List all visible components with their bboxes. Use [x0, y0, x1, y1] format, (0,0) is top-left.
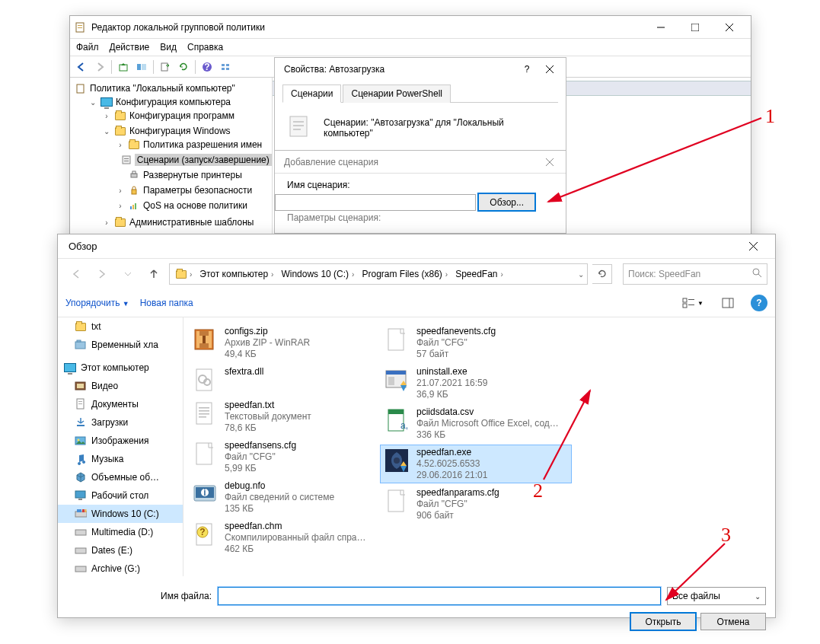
- crumb-this-pc[interactable]: Этот компьютер: [199, 269, 268, 279]
- tab-powershell[interactable]: Сценарии PowerShell: [343, 84, 451, 103]
- navitem-temp[interactable]: Временный хла: [58, 336, 183, 354]
- browse-close-button[interactable]: [736, 235, 771, 257]
- navitem-desktop[interactable]: Рабочий стол: [58, 486, 183, 505]
- tab-scripts[interactable]: Сценарии: [282, 84, 341, 103]
- svg-rect-68: [199, 331, 209, 336]
- refresh-icon[interactable]: [175, 59, 192, 75]
- tree-progs[interactable]: Конфигурация программ: [129, 110, 235, 121]
- breadcrumb[interactable]: › Этот компьютер› Windows 10 (C:)› Progr…: [169, 263, 588, 285]
- tree-scripts[interactable]: Сценарии (запуск/завершение): [135, 154, 272, 166]
- file-item[interactable]: speedfansens.cfgФайл "CFG"5,99 КБ: [188, 438, 380, 477]
- forward-icon[interactable]: [91, 59, 108, 75]
- file-item[interactable]: ?speedfan.chmСкомпилированный файл спра……: [188, 518, 380, 557]
- help-button[interactable]: ?: [751, 295, 767, 311]
- menu-action[interactable]: Действие: [110, 42, 150, 53]
- navitem-downloads[interactable]: Загрузки: [58, 413, 183, 432]
- nav-back-button[interactable]: [65, 263, 87, 285]
- navitem-gdrive[interactable]: Archive (G:): [58, 560, 183, 576]
- organize-menu[interactable]: Упорядочить ▼: [65, 298, 129, 308]
- file-type-filter[interactable]: Все файлы⌄: [667, 587, 766, 605]
- expand-icon[interactable]: ›: [116, 187, 125, 195]
- file-item[interactable]: idebug.nfoФайл сведений о системе135 КБ: [188, 478, 380, 517]
- navitem-txt[interactable]: txt: [58, 317, 183, 336]
- file-item[interactable]: speedfanparams.cfgФайл "CFG"906 байт: [380, 485, 572, 524]
- tree-nameres[interactable]: Политика разрешения имен: [143, 139, 262, 150]
- svg-rect-63: [75, 548, 86, 553]
- file-list[interactable]: configs.zipАрхив ZIP - WinRAR49,4 КБsfex…: [183, 317, 775, 576]
- tree-win[interactable]: Конфигурация Windows: [129, 126, 231, 136]
- navitem-documents[interactable]: Документы: [58, 395, 183, 413]
- new-folder-button[interactable]: Новая папка: [140, 298, 193, 308]
- filename-input[interactable]: [218, 587, 661, 605]
- up-icon[interactable]: [115, 59, 132, 75]
- help-icon[interactable]: ?: [199, 59, 215, 75]
- file-item[interactable]: speedfan.txtТекстовый документ78,6 КБ: [188, 397, 380, 436]
- close-button[interactable]: [712, 16, 746, 38]
- filter-icon[interactable]: [217, 59, 234, 75]
- props-close-button[interactable]: [538, 59, 561, 81]
- file-item[interactable]: configs.zipАрхив ZIP - WinRAR49,4 КБ: [188, 324, 380, 362]
- browse-button[interactable]: Обзор...: [478, 193, 535, 211]
- collapse-icon[interactable]: ⌄: [88, 98, 97, 107]
- gpedit-titlebar[interactable]: Редактор локальной групповой политики: [70, 16, 751, 39]
- show-tree-icon[interactable]: [133, 59, 150, 75]
- search-input[interactable]: Поиск: SpeedFan: [623, 263, 767, 285]
- expand-icon[interactable]: ›: [116, 141, 125, 149]
- svg-rect-44: [723, 298, 733, 308]
- nav-forward-button[interactable]: [91, 263, 113, 285]
- menu-view[interactable]: Вид: [160, 42, 177, 53]
- props-help-button[interactable]: ?: [515, 59, 538, 81]
- expand-icon[interactable]: ›: [116, 202, 125, 210]
- crumb-speedfan[interactable]: SpeedFan: [455, 269, 497, 279]
- export-icon[interactable]: [157, 59, 174, 75]
- tree-printers[interactable]: Развернутые принтеры: [143, 170, 242, 180]
- expand-icon[interactable]: ›: [102, 218, 111, 227]
- maximize-button[interactable]: [678, 16, 712, 38]
- tree-admin[interactable]: Административные шаблоны: [129, 217, 254, 228]
- addscript-close-button[interactable]: [538, 151, 561, 173]
- navitem-edrive[interactable]: Dates (E:): [58, 541, 183, 560]
- view-options-button[interactable]: ▼: [681, 294, 705, 312]
- collapse-icon[interactable]: ⌄: [102, 127, 111, 135]
- crumb-cdrive[interactable]: Windows 10 (C:): [281, 269, 349, 279]
- nav-up-button[interactable]: [143, 263, 164, 285]
- file-item[interactable]: speedfan.exe4.52.6025.653329.06.2016 21:…: [380, 445, 572, 483]
- navitem-ddrive[interactable]: Multimedia (D:): [58, 523, 183, 541]
- refresh-button[interactable]: [592, 264, 612, 284]
- svg-rect-9: [142, 64, 146, 70]
- navitem-3d-objects[interactable]: Объемные об…: [58, 468, 183, 486]
- expand-icon[interactable]: ›: [102, 112, 111, 120]
- tree-comp[interactable]: Конфигурация компьютера: [116, 97, 231, 107]
- navitem-video[interactable]: Видео: [58, 377, 183, 395]
- file-item[interactable]: speedfanevents.cfgФайл "CFG"57 байт: [380, 324, 572, 362]
- menu-help[interactable]: Справка: [187, 42, 223, 53]
- tree-qos[interactable]: QoS на основе политики: [143, 200, 247, 211]
- props-titlebar[interactable]: Свойства: Автозагрузка ?: [275, 58, 566, 81]
- file-item[interactable]: uninstall.exe21.07.2021 16:5936,9 КБ: [380, 364, 572, 403]
- minimize-button[interactable]: [643, 16, 678, 38]
- navitem-this-pc[interactable]: Этот компьютер: [58, 359, 183, 377]
- cancel-button[interactable]: Отмена: [700, 613, 766, 630]
- nav-pane[interactable]: txt Временный хла Этот компьютер Видео Д…: [58, 317, 183, 576]
- tree-root[interactable]: Политика "Локальный компьютер": [90, 83, 235, 94]
- crumb-pfx86[interactable]: Program Files (x86): [362, 269, 442, 279]
- file-item[interactable]: sfextra.dll: [188, 364, 380, 396]
- preview-pane-button[interactable]: [716, 294, 740, 312]
- open-button[interactable]: Открыть: [630, 613, 696, 630]
- back-icon[interactable]: [73, 59, 90, 75]
- navitem-pictures[interactable]: Изображения: [58, 432, 183, 450]
- svg-rect-16: [226, 68, 229, 70]
- nav-recent-button[interactable]: [117, 263, 139, 285]
- svg-rect-78: [196, 443, 212, 464]
- navitem-music[interactable]: Музыка: [58, 450, 183, 468]
- svg-text:?: ?: [199, 527, 205, 537]
- script-name-input[interactable]: [275, 194, 476, 211]
- crumb-history-dropdown[interactable]: ⌄: [578, 270, 584, 279]
- policy-tree[interactable]: Политика "Локальный компьютер" ⌄Конфигур…: [70, 78, 273, 260]
- file-name: speedfan.exe: [416, 447, 487, 458]
- navitem-cdrive[interactable]: Windows 10 (C:): [58, 505, 183, 523]
- file-item[interactable]: a,pciidsdata.csvФайл Microsoft Office Ex…: [380, 404, 572, 443]
- menu-file[interactable]: Файл: [76, 42, 99, 53]
- tree-security[interactable]: Параметры безопасности: [143, 185, 252, 196]
- chm-icon: ?: [191, 521, 219, 548]
